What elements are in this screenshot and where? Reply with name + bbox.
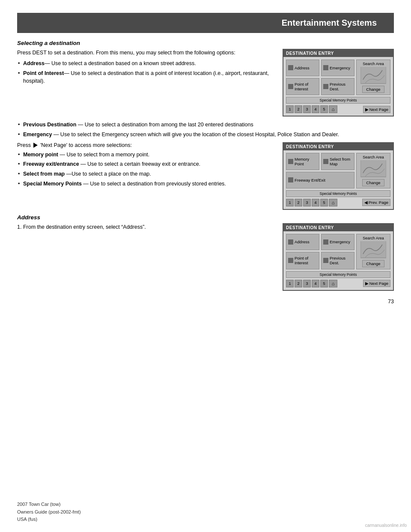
- freeway-bold: Freeway exit/entrance: [23, 161, 79, 167]
- num-btn-2-3[interactable]: 3: [303, 199, 311, 206]
- address-text-col: 1. From the destination entry screen, se…: [17, 223, 276, 291]
- play-icon: [33, 143, 38, 148]
- num-btn-3[interactable]: 3: [303, 105, 311, 113]
- house-btn-3[interactable]: ⌂: [329, 280, 337, 287]
- num-btn-2-2[interactable]: 2: [295, 199, 302, 206]
- ui-poi-btn3[interactable]: Point of Interest: [286, 252, 319, 269]
- main-content: Selecting a destination Press DEST to se…: [0, 33, 411, 291]
- ui-address-label: Address: [295, 66, 310, 70]
- footer-line2: Owners Guide (post-2002-fmt): [17, 508, 81, 516]
- bullet-special-memory: Special Memory Points — Use to select a …: [17, 180, 276, 188]
- num-btn-2[interactable]: 2: [295, 105, 302, 113]
- footer-line1: 2007 Town Car (tow): [17, 501, 81, 508]
- map-image3: [360, 241, 386, 258]
- ui-prevdest-btn[interactable]: Previous Dest.: [321, 78, 354, 96]
- num-btn-2-4[interactable]: 4: [312, 199, 319, 206]
- bullet-address: Address— Use to select a destination bas…: [17, 60, 276, 68]
- ui-screen2-bottom: 1 2 3 4 5 ⌂ ◀ Prev. Page: [286, 199, 390, 206]
- ui-poi-btn[interactable]: Point of Interest: [286, 78, 319, 96]
- ui-screen1-body: Address Emergency Search Area: [283, 57, 393, 116]
- house-btn-1[interactable]: ⌂: [329, 105, 337, 113]
- num-btn-2-1[interactable]: 1: [286, 199, 294, 206]
- prevdest-icon: [323, 84, 328, 89]
- ui-selectmap-btn[interactable]: Select from Map: [321, 153, 354, 170]
- header-title: Entertainment Systems: [282, 18, 377, 27]
- bullet-emergency: Emergency — Use to select the Emergency …: [17, 131, 394, 139]
- ui-screen1-grid: Address Emergency Search Area: [286, 60, 390, 95]
- ui-emergency-btn[interactable]: Emergency: [321, 60, 354, 76]
- page-number: 73: [0, 295, 411, 308]
- ui-screen3-numbers: 1 2 3 4 5 ⌂: [286, 280, 337, 287]
- map-label2: Search Area: [363, 155, 384, 159]
- house-btn-2[interactable]: ⌂: [329, 199, 337, 206]
- press-next-text: 'Next Page' to access more selections:: [40, 142, 132, 148]
- num-btn-3-3[interactable]: 3: [303, 280, 311, 287]
- address-icon: [288, 65, 293, 70]
- change-btn1[interactable]: Change: [362, 86, 384, 93]
- ui-screen1-bottom: 1 2 3 4 5 ⌂ ▶ Next Page: [286, 105, 390, 113]
- ui-prevdest-btn3[interactable]: Previous Dest.: [321, 252, 354, 269]
- num-btn-2-5[interactable]: 5: [320, 199, 328, 206]
- ui-screen2-map: Search Area Change: [356, 153, 390, 188]
- prev-page-btn[interactable]: ◀ Prev. Page: [362, 199, 390, 206]
- ui-address-btn3[interactable]: Address: [286, 234, 319, 251]
- num-btn-3-2[interactable]: 2: [295, 280, 302, 287]
- ui-poi-label3: Point of Interest: [295, 256, 317, 265]
- num-btn-4[interactable]: 4: [312, 105, 319, 113]
- freeway-icon: [288, 177, 293, 182]
- num-btn-3-1[interactable]: 1: [286, 280, 294, 287]
- address-heading: Address: [17, 214, 394, 221]
- ui-screen3-map: Search Area Change: [356, 234, 390, 269]
- ui-poi-label: Point of Interest: [295, 82, 317, 91]
- ui-screen2-grid: Memory Point Select from Map Search Area: [286, 153, 390, 188]
- ui-memory-btn[interactable]: Memory Point: [286, 153, 319, 170]
- ui-screen3-col: DESTINATION ENTRY Address Emergency: [283, 223, 394, 291]
- next-page-btn1[interactable]: ▶ Next Page: [363, 106, 390, 113]
- ui-freeway-btn[interactable]: Freeway Ent/Exit: [286, 172, 354, 188]
- num-btn-5[interactable]: 5: [320, 105, 328, 113]
- ui-address-btn[interactable]: Address: [286, 60, 319, 76]
- selecting-section: Press DEST to set a destination. From th…: [17, 49, 394, 117]
- num-btn-3-5[interactable]: 5: [320, 280, 328, 287]
- next-page-section: Press 'Next Page' to access more selecti…: [17, 142, 394, 210]
- address-section: 1. From the destination entry screen, se…: [17, 223, 394, 291]
- bullet-poi-bold: Point of Interest: [23, 70, 64, 76]
- address-icon3: [288, 239, 293, 245]
- svg-rect-2: [361, 241, 386, 257]
- ui-screen3-special: Special Memory Points: [286, 271, 390, 278]
- selecting-heading: Selecting a destination: [17, 40, 394, 46]
- memory-point-bold: Memory point: [23, 152, 58, 158]
- ui-screen1-special: Special Memory Points: [286, 97, 390, 104]
- ui-screen2: DESTINATION ENTRY Memory Point Select fr…: [283, 142, 394, 210]
- ui-screen1-title: DESTINATION ENTRY: [283, 50, 393, 57]
- ui-screen2-numbers: 1 2 3 4 5 ⌂: [286, 199, 337, 206]
- ui-screen2-body: Memory Point Select from Map Search Area: [283, 150, 393, 209]
- ui-screen2-col: DESTINATION ENTRY Memory Point Select fr…: [283, 142, 394, 210]
- full-bullets: Previous Destination — Use to select a d…: [17, 121, 394, 139]
- bullet-address-bold: Address: [23, 60, 45, 66]
- ui-screen3-body: Address Emergency Search Area: [283, 231, 393, 290]
- ui-emergency-btn3[interactable]: Emergency: [321, 234, 354, 251]
- emergency-bold: Emergency: [23, 132, 52, 137]
- next-page-btn3[interactable]: ▶ Next Page: [363, 280, 390, 287]
- ui-screen1: DESTINATION ENTRY Address Emergency: [283, 49, 394, 117]
- ui-prevdest-label: Previous Dest.: [330, 82, 352, 91]
- watermark: carmanualsonline.info: [365, 523, 407, 528]
- ui-emergency-label: Emergency: [330, 66, 350, 70]
- ui-screen1-col: DESTINATION ENTRY Address Emergency: [283, 49, 394, 117]
- change-btn3[interactable]: Change: [362, 260, 384, 267]
- svg-rect-0: [361, 67, 386, 83]
- select-map-bold: Select from map: [23, 171, 65, 177]
- ui-selectmap-label: Select from Map: [330, 157, 352, 166]
- num-btn-3-4[interactable]: 4: [312, 280, 319, 287]
- bullet-poi: Point of Interest— Use to select a desti…: [17, 69, 276, 86]
- next-page-text-col: Press 'Next Page' to access more selecti…: [17, 142, 276, 210]
- num-btn-1[interactable]: 1: [286, 105, 294, 113]
- change-btn2[interactable]: Change: [362, 179, 384, 186]
- ui-memory-label: Memory Point: [295, 157, 317, 166]
- ui-freeway-label: Freeway Ent/Exit: [295, 178, 325, 182]
- map-label3: Search Area: [363, 236, 384, 240]
- prevdest-icon3: [323, 258, 328, 263]
- bullet-memory-point: Memory point — Use to select from a memo…: [17, 151, 276, 159]
- special-memory-bold: Special Memory Points: [23, 181, 82, 187]
